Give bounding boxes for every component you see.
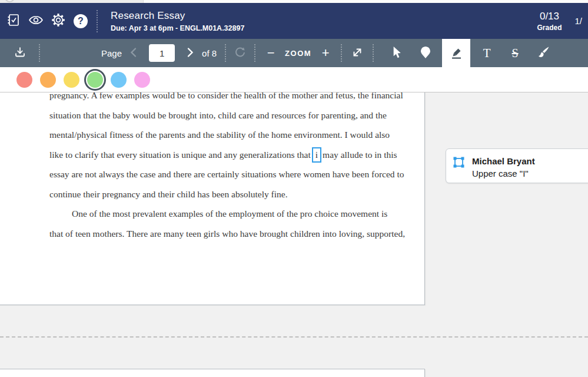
color-swatch-yellow[interactable] <box>64 72 79 88</box>
comment-text: Upper case "I" <box>472 167 535 180</box>
toolbar-divider <box>373 44 374 62</box>
essay-line: essay are not always the case and there … <box>49 164 424 184</box>
student-counter: 1/ <box>574 16 582 26</box>
download-icon <box>14 47 26 60</box>
paintbrush-icon <box>537 46 550 61</box>
page-separator <box>0 336 588 338</box>
notebook-check-icon <box>6 13 21 29</box>
help-button[interactable]: ? <box>69 7 92 35</box>
header-divider <box>97 10 98 32</box>
fullscreen-icon <box>351 47 363 60</box>
rotate-button[interactable] <box>228 39 252 67</box>
chevron-right-icon <box>186 47 194 59</box>
essay-line: pregnancy. A few examples would be to co… <box>49 92 424 105</box>
toolbar-divider <box>225 44 226 62</box>
graded-count: 0/13 <box>537 11 562 21</box>
chevron-left-icon <box>129 47 138 59</box>
essay-line-segment: may allude to in this <box>323 150 397 160</box>
area-annotation-box[interactable]: i <box>312 147 321 163</box>
gradebook-button[interactable] <box>2 7 25 35</box>
select-tool-button[interactable] <box>386 39 409 67</box>
essay-line-segment: like to clarify that every situation is … <box>49 150 311 160</box>
color-swatch-pink[interactable] <box>134 72 150 88</box>
browser-strip <box>0 0 588 3</box>
graded-label: Graded <box>537 24 562 31</box>
zoom-label: ZOOM <box>285 49 311 58</box>
text-tool-icon: T <box>483 46 491 61</box>
zoom-out-icon: − <box>267 47 275 59</box>
color-picker-row <box>0 67 588 92</box>
settings-gear-icon <box>51 13 65 29</box>
annotation-comment-card[interactable]: Michael Bryant Upper case "I" <box>446 148 588 183</box>
text-annotation-button[interactable]: T <box>475 39 499 67</box>
document-page-2 <box>0 369 425 377</box>
highlighter-icon <box>450 45 463 61</box>
toolbar-divider <box>341 44 342 62</box>
document-page-1: pregnancy. A few examples would be to co… <box>0 92 425 305</box>
fullscreen-button[interactable] <box>346 39 369 67</box>
page-title: Research Essay <box>111 10 244 22</box>
page-label: Page <box>101 48 122 58</box>
color-swatch-green[interactable] <box>87 72 103 88</box>
essay-text: pregnancy. A few examples would be to co… <box>0 92 424 243</box>
toolbar-divider <box>254 44 255 62</box>
browser-strip-circle <box>5 0 15 2</box>
next-page-button[interactable] <box>178 39 202 67</box>
previous-page-button[interactable] <box>122 39 145 67</box>
select-cursor-icon <box>392 47 403 60</box>
page-number-input[interactable] <box>149 44 175 62</box>
comment-author: Michael Bryant <box>472 155 535 167</box>
docviewer-toolbar: Page of 8 − ZOOM + <box>0 39 588 67</box>
essay-line: situation that the baby would be brought… <box>49 105 424 125</box>
strikeout-annotation-button[interactable]: S <box>503 39 527 67</box>
preview-visibility-button[interactable] <box>25 7 47 35</box>
essay-line: One of the most prevalent examples of th… <box>49 204 424 224</box>
total-pages-label: of 8 <box>202 48 217 58</box>
draw-annotation-button[interactable] <box>531 39 555 67</box>
eye-icon <box>28 14 44 28</box>
essay-line: that of teen mothers. There are many tee… <box>49 224 424 244</box>
zoom-in-button[interactable]: + <box>314 39 337 67</box>
assignment-subtitle: Due: Apr 3 at 6pm - ENGL.M01A.32897 <box>111 24 244 32</box>
essay-line: mental/physical fitness of the parents a… <box>49 125 424 145</box>
header-bar: ? Research Essay Due: Apr 3 at 6pm - ENG… <box>0 3 588 39</box>
color-swatch-orange[interactable] <box>40 72 56 88</box>
point-pin-icon <box>420 46 431 61</box>
settings-button[interactable] <box>47 7 69 35</box>
download-button[interactable] <box>8 39 32 67</box>
point-annotation-button[interactable] <box>414 39 437 67</box>
help-icon: ? <box>74 14 88 28</box>
color-swatch-blue[interactable] <box>111 72 127 88</box>
assignment-title-block: Research Essay Due: Apr 3 at 6pm - ENGL.… <box>111 10 244 32</box>
graded-counter: 0/13 Graded <box>537 11 562 31</box>
strikeout-tool-icon: S <box>512 47 519 60</box>
rotate-icon <box>234 46 247 61</box>
zoom-in-icon: + <box>322 47 330 59</box>
browser-strip-tab <box>143 0 588 3</box>
zoom-out-button[interactable]: − <box>259 39 283 67</box>
essay-line: continue their pregnancy and their child… <box>49 184 424 204</box>
document-area[interactable]: pregnancy. A few examples would be to co… <box>0 92 588 377</box>
color-swatch-red[interactable] <box>16 72 32 88</box>
highlight-annotation-button[interactable] <box>442 39 470 67</box>
area-selection-icon <box>453 157 464 170</box>
toolbar-divider <box>39 44 40 62</box>
essay-line-annotated: like to clarify that every situation is … <box>49 145 424 165</box>
